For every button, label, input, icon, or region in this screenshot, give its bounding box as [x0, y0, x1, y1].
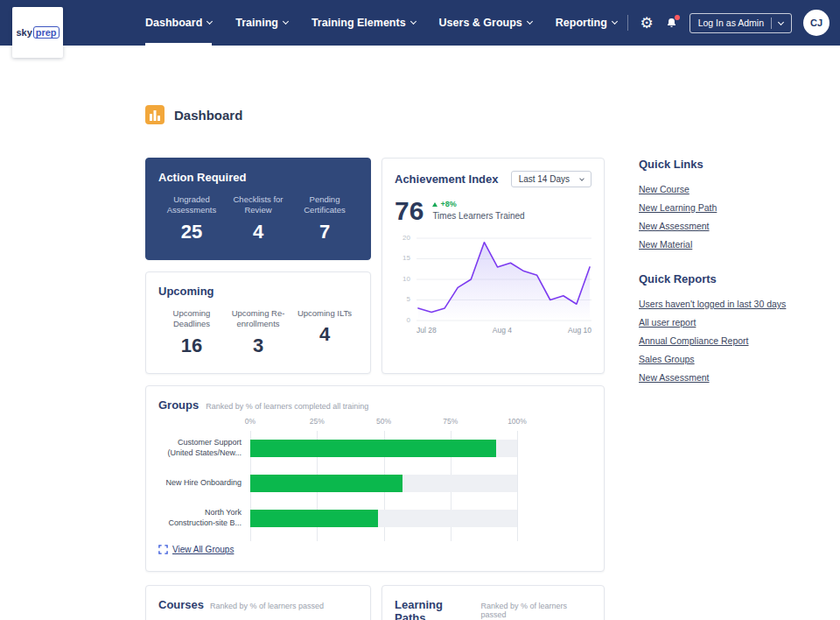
nav-item-reporting-label: Reporting — [556, 17, 607, 29]
chevron-down-icon — [612, 18, 618, 25]
stat-value: 25 — [158, 221, 225, 243]
stat-checklists-review[interactable]: Checklists for Review 4 — [225, 194, 291, 243]
nav-item-dashboard[interactable]: Dashboard — [145, 0, 212, 46]
group-bar-track[interactable] — [250, 510, 517, 527]
quick-link-new-learning-path[interactable]: New Learning Path — [639, 202, 818, 213]
groups-card: Groups Ranked by % of learners completed… — [145, 385, 605, 572]
groups-bar-chart: 0% 25% 50% 75% 100% Customer Support (Un… — [158, 417, 592, 536]
stat-label: Upcoming Re-enrollments — [225, 308, 291, 330]
x-tick: 50% — [376, 417, 391, 426]
line-chart-svg — [416, 235, 592, 322]
group-bar-track[interactable] — [250, 475, 517, 492]
stat-ungraded-assessments[interactable]: Ungraded Assessments 25 — [158, 194, 225, 243]
percent-axis: 0% 25% 50% 75% 100% — [250, 417, 517, 431]
stat-label: Upcoming Deadlines — [158, 308, 225, 330]
x-tick: 100% — [508, 417, 527, 426]
y-tick: 20 — [395, 235, 410, 242]
quick-report-annual-compliance[interactable]: Annual Compliance Report — [639, 335, 818, 346]
quick-report-new-assessment[interactable]: New Assessment — [639, 372, 818, 383]
quick-report-sales-groups[interactable]: Sales Groups — [639, 354, 818, 364]
quick-link-new-course[interactable]: New Course — [639, 184, 818, 194]
achievement-meta: +8% Times Learners Trained — [432, 198, 524, 221]
group-bar-fill — [250, 510, 378, 527]
stat-label: Ungraded Assessments — [158, 194, 225, 216]
y-tick: 10 — [395, 276, 410, 283]
chevron-down-icon — [527, 18, 533, 25]
achievement-caption: Times Learners Trained — [432, 211, 524, 221]
chevron-down-icon — [206, 18, 213, 25]
group-bar-track[interactable] — [250, 440, 517, 457]
delta-value: +8% — [440, 200, 456, 208]
navbar-actions: ⚙ Log In as Admin CJ — [627, 0, 830, 46]
quick-link-new-material[interactable]: New Material — [639, 239, 818, 250]
nav-item-users-groups-label: Users & Groups — [439, 17, 522, 29]
stat-pending-certificates[interactable]: Pending Certificates 7 — [291, 194, 358, 243]
quick-links-title: Quick Links — [639, 158, 818, 171]
y-tick: 5 — [395, 296, 410, 303]
courses-subtitle: Ranked by % of learners passed — [210, 602, 324, 610]
group-label: North York Construction-site B... — [158, 508, 250, 528]
groups-title: Groups — [158, 398, 199, 412]
stat-label: Checklists for Review — [225, 194, 291, 216]
quick-report-users-not-logged-in[interactable]: Users haven't logged in last 30 days — [639, 299, 818, 309]
view-all-groups-link[interactable]: View All Groups — [158, 545, 234, 554]
page-title: Dashboard — [174, 108, 242, 123]
group-row: New Hire Onboarding — [158, 466, 592, 501]
x-axis-labels: Jul 28 Aug 4 Aug 10 — [416, 326, 592, 335]
date-range-select[interactable]: Last 14 Days — [511, 171, 592, 187]
stat-upcoming-reenrollments[interactable]: Upcoming Re-enrollments 3 — [225, 308, 291, 357]
nav-item-users-groups[interactable]: Users & Groups — [439, 0, 532, 46]
quick-reports-title: Quick Reports — [639, 272, 818, 285]
date-range-value: Last 14 Days — [519, 174, 570, 184]
x-tick: Aug 10 — [568, 326, 592, 335]
quick-link-new-assessment[interactable]: New Assessment — [639, 221, 818, 231]
stat-value: 3 — [225, 335, 291, 357]
x-tick: 25% — [310, 417, 325, 426]
stat-value: 4 — [291, 323, 358, 346]
main-nav: Dashboard Training Training Elements Use… — [145, 0, 617, 46]
chevron-down-icon — [778, 18, 784, 25]
action-required-card: Action Required Ungraded Assessments 25 … — [145, 158, 371, 260]
action-required-stats: Ungraded Assessments 25 Checklists for R… — [158, 194, 358, 243]
x-tick: 0% — [245, 417, 256, 426]
nav-item-reporting[interactable]: Reporting — [556, 0, 617, 46]
delta-badge: +8% — [432, 200, 524, 208]
user-avatar[interactable]: CJ — [803, 10, 830, 36]
logo-prep-text: prep — [33, 26, 60, 39]
learning-paths-title: Learning Paths — [395, 598, 474, 620]
settings-gear-icon[interactable]: ⚙ — [640, 16, 653, 31]
top-navbar: Dashboard Training Training Elements Use… — [0, 0, 840, 46]
achievement-index-title: Achievement Index — [395, 173, 499, 186]
groups-subtitle: Ranked by % of learners completed all tr… — [206, 402, 368, 411]
expand-icon — [158, 545, 168, 554]
login-as-admin-button[interactable]: Log In as Admin — [690, 13, 792, 33]
skyprep-logo[interactable]: skyprep — [12, 7, 63, 58]
learning-paths-card: Learning Paths Ranked by % of learners p… — [382, 585, 605, 620]
stat-upcoming-ilts[interactable]: Upcoming ILTs 4 — [291, 308, 358, 357]
notifications-bell-icon[interactable] — [665, 17, 678, 30]
page-header: Dashboard — [145, 105, 242, 124]
nav-item-dashboard-label: Dashboard — [145, 17, 202, 29]
quick-links-sidebar: Quick Links New Course New Learning Path… — [639, 158, 818, 391]
courses-card: Courses Ranked by % of learners passed — [145, 585, 371, 620]
notification-dot — [675, 15, 680, 20]
group-row: Customer Support (United States/New... — [158, 431, 592, 466]
chevron-down-icon — [579, 176, 584, 181]
achievement-line-chart: 20 15 10 5 0 Jul 28 Aug 4 Aug 10 — [395, 235, 592, 336]
nav-item-training[interactable]: Training — [235, 0, 288, 46]
nav-item-training-label: Training — [235, 17, 278, 29]
stat-upcoming-deadlines[interactable]: Upcoming Deadlines 16 — [158, 308, 225, 357]
stat-label: Pending Certificates — [291, 194, 358, 216]
logo-sky-text: sky — [16, 27, 32, 38]
group-row: North York Construction-site B... — [158, 501, 592, 536]
y-tick: 15 — [395, 255, 410, 262]
nav-item-training-elements[interactable]: Training Elements — [312, 0, 416, 46]
achievement-total: 76 — [395, 198, 424, 224]
stat-value: 4 — [225, 221, 291, 243]
triangle-up-icon — [432, 202, 438, 207]
action-required-title: Action Required — [158, 171, 358, 184]
login-as-admin-label: Log In as Admin — [698, 18, 764, 28]
dashboard-chart-icon — [145, 105, 164, 124]
quick-report-all-user-report[interactable]: All user report — [639, 317, 818, 328]
upcoming-title: Upcoming — [158, 285, 358, 298]
